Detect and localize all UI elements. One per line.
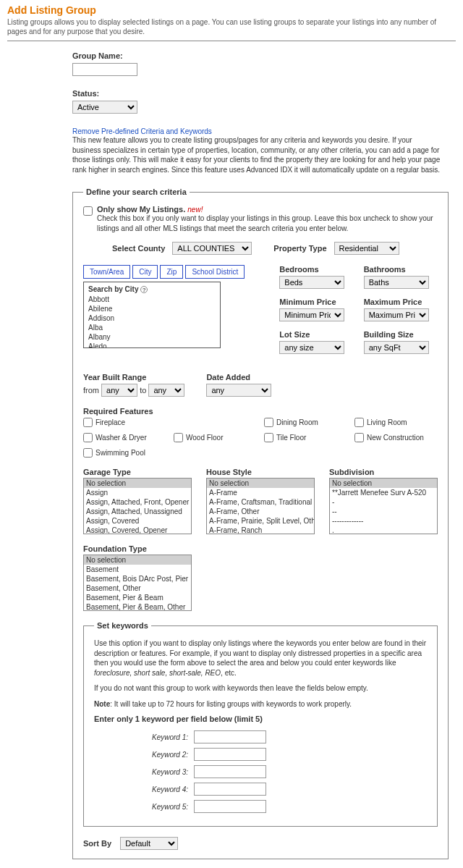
only-my-listings-label: Only show My Listings.: [97, 205, 185, 214]
criteria-intro-text: This new feature allows you to create li…: [72, 135, 441, 174]
min-price-select[interactable]: Minimum Price: [279, 308, 344, 321]
house-style-list[interactable]: No selection A-Frame A-Frame, Craftsman,…: [206, 478, 315, 534]
group-name-input[interactable]: [72, 63, 137, 76]
feature-checkbox[interactable]: [264, 418, 273, 427]
foundation-type-list[interactable]: No selection Basement Basement, Bois DAr…: [83, 555, 192, 611]
criteria-fieldset: Define your search criteria Only show My…: [72, 187, 449, 859]
criteria-legend: Define your search criteria: [83, 187, 190, 196]
date-added-select[interactable]: any: [206, 384, 271, 397]
lot-size-label: Lot Size: [279, 330, 353, 339]
select-county-select[interactable]: ALL COUNTIES: [172, 242, 252, 255]
sort-by-select[interactable]: Default: [120, 837, 178, 850]
subdivision-label: Subdivision: [329, 468, 438, 476]
required-features-label: Required Features: [83, 407, 438, 416]
keyword-1-input[interactable]: [194, 730, 266, 743]
only-my-listings-checkbox[interactable]: [83, 206, 93, 216]
keyword-3-input[interactable]: [194, 765, 266, 778]
keyword-2-input[interactable]: [194, 748, 266, 761]
feature-checkbox[interactable]: [354, 418, 364, 427]
list-item[interactable]: Abilene: [88, 304, 216, 313]
list-item[interactable]: Aledo: [88, 342, 216, 348]
keyword-4-input[interactable]: [194, 783, 266, 796]
property-type-label: Property Type: [273, 244, 326, 253]
keywords-instruction: Enter only 1 keyword per field below (li…: [94, 715, 427, 723]
subdivision-list[interactable]: No selection **Jarrett Menefee Surv A-52…: [329, 478, 438, 534]
only-my-listings-help: Check this box if you only want to displ…: [97, 214, 433, 232]
feature-checkbox[interactable]: [83, 433, 93, 442]
bathrooms-select[interactable]: Baths: [364, 276, 429, 289]
bedrooms-label: Bedrooms: [279, 265, 353, 274]
sort-by-label: Sort By: [83, 839, 111, 848]
keyword-5-input[interactable]: [194, 800, 266, 813]
keywords-legend: Set keywords: [94, 621, 151, 630]
feature-checkbox[interactable]: [174, 433, 183, 442]
remove-criteria-link[interactable]: Remove Pre-defined Criteria and Keywords: [72, 127, 212, 135]
lot-size-select[interactable]: any size: [279, 341, 344, 354]
status-select[interactable]: Active: [72, 101, 137, 114]
city-listbox[interactable]: Search by City ? Abbott Abilene Addison …: [83, 282, 221, 348]
min-price-label: Minimum Price: [279, 298, 353, 306]
new-tag: new!: [187, 206, 203, 214]
group-name-label: Group Name:: [72, 51, 441, 60]
property-type-select[interactable]: Residential: [334, 242, 399, 255]
year-from-select[interactable]: any: [101, 384, 137, 397]
list-item[interactable]: Alba: [88, 323, 216, 332]
feature-checkbox[interactable]: [83, 418, 93, 427]
page-title: Add Listing Group: [7, 4, 456, 16]
tab-city[interactable]: City: [132, 265, 158, 279]
list-item[interactable]: Addison: [88, 313, 216, 323]
bathrooms-label: Bathrooms: [364, 265, 438, 274]
date-added-label: Date Added: [206, 373, 271, 382]
tab-town[interactable]: Town/Area: [83, 265, 130, 279]
bedrooms-select[interactable]: Beds: [279, 276, 344, 289]
tab-zip[interactable]: Zip: [160, 265, 183, 279]
garage-type-label: Garage Type: [83, 468, 192, 476]
garage-type-list[interactable]: No selection Assign Assign, Attached, Fr…: [83, 478, 192, 534]
year-to-select[interactable]: any: [148, 384, 184, 397]
list-item[interactable]: Abbott: [88, 295, 216, 304]
building-size-select[interactable]: any SqFt: [364, 341, 429, 354]
help-icon[interactable]: ?: [140, 286, 148, 293]
max-price-label: Maximum Price: [364, 298, 438, 306]
foundation-type-label: Foundation Type: [83, 544, 192, 553]
feature-checkbox[interactable]: [264, 433, 273, 442]
building-size-label: Building Size: [364, 330, 438, 339]
page-subtitle: Listing groups allows you to display sel…: [7, 17, 456, 41]
feature-checkbox[interactable]: [83, 448, 93, 458]
tab-school[interactable]: School District: [185, 265, 245, 279]
status-label: Status:: [72, 89, 441, 98]
keywords-fieldset: Set keywords Use this option if you want…: [83, 621, 438, 827]
list-item[interactable]: Albany: [88, 332, 216, 342]
house-style-label: House Style: [206, 468, 315, 476]
select-county-label: Select County: [112, 244, 165, 253]
max-price-select[interactable]: Maximum Price: [364, 308, 429, 321]
year-built-label: Year Built Range: [83, 373, 184, 382]
feature-checkbox[interactable]: [354, 433, 364, 442]
